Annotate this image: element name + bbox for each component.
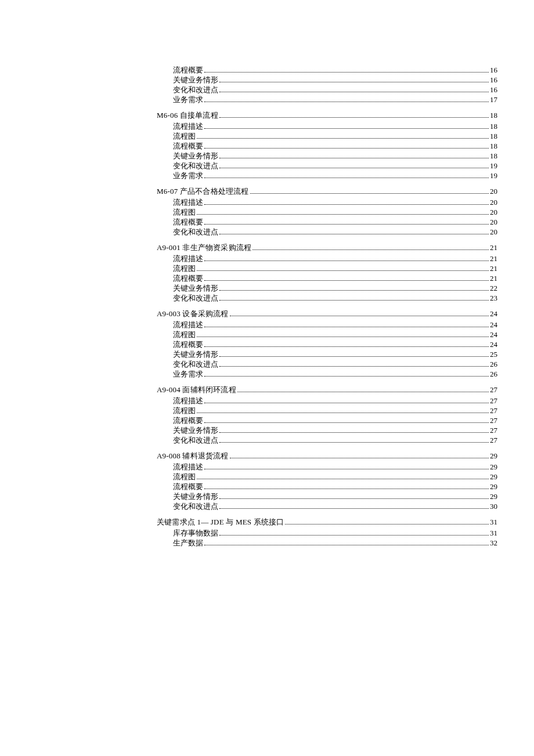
toc-section: M6-07 产品不合格处理流程20流程描述20流程图20流程概要20变化和改进点… <box>157 187 497 236</box>
toc-entry-level1[interactable]: A9-004 面辅料闭环流程27 <box>157 386 497 393</box>
toc-entry-level1[interactable]: 关键需求点 1— JDE 与 MES 系统接口31 <box>157 518 497 526</box>
toc-entry-page: 30 <box>490 502 497 510</box>
toc-entry-label: 变化和改进点 <box>173 228 218 236</box>
toc-entry-level2[interactable]: 变化和改进点16 <box>173 86 497 93</box>
toc-entry-label: 关键需求点 1— JDE 与 MES 系统接口 <box>157 518 284 526</box>
toc-entry-level2[interactable]: 关键业务情形25 <box>173 350 497 358</box>
toc-leader-dots <box>204 256 489 261</box>
toc-entry-level2[interactable]: 变化和改进点30 <box>173 502 497 510</box>
toc-leader-dots <box>219 494 489 499</box>
toc-entry-page: 29 <box>490 452 497 460</box>
toc-entry-page: 27 <box>490 417 497 424</box>
toc-entry-level2[interactable]: 关键业务情形22 <box>173 284 497 292</box>
toc-leader-dots <box>219 87 489 92</box>
toc-entry-page: 27 <box>490 386 497 393</box>
toc-entry-label: 流程描述 <box>173 463 203 471</box>
toc-entry-level2[interactable]: 关键业务情形18 <box>173 152 497 160</box>
toc-entry-level2[interactable]: 变化和改进点26 <box>173 360 497 368</box>
toc-entry-label: 业务需求 <box>173 370 203 378</box>
toc-leader-dots <box>285 519 489 525</box>
toc-entry-page: 24 <box>490 331 497 338</box>
toc-entry-level2[interactable]: 流程描述21 <box>173 255 497 262</box>
toc-entry-label: 流程概要 <box>173 142 203 150</box>
toc-entry-level1[interactable]: M6-06 自接单流程18 <box>157 111 497 119</box>
toc-entry-page: 31 <box>490 518 497 526</box>
toc-leader-dots <box>204 540 489 545</box>
toc-entry-level2[interactable]: 流程概要27 <box>173 417 497 424</box>
toc-entry-label: 关键业务情形 <box>173 426 218 434</box>
toc-entry-level1[interactable]: A9-003 设备采购流程24 <box>157 310 497 317</box>
toc-entry-page: 27 <box>490 436 497 444</box>
toc-entry-level2[interactable]: 流程描述27 <box>173 397 497 404</box>
toc-entry-page: 18 <box>490 142 497 150</box>
toc-entry-page: 27 <box>490 407 497 414</box>
toc-entry-label: 库存事物数据 <box>173 529 218 537</box>
toc-entry-level2[interactable]: 流程概要18 <box>173 142 497 150</box>
toc-entry-level2[interactable]: 关键业务情形29 <box>173 493 497 500</box>
toc-leader-dots <box>219 77 489 82</box>
toc-entry-level2[interactable]: 流程描述18 <box>173 122 497 130</box>
toc-entry-level2[interactable]: 流程概要29 <box>173 483 497 490</box>
toc-entry-level2[interactable]: 变化和改进点20 <box>173 228 497 236</box>
toc-leader-dots <box>204 371 489 377</box>
toc-entry-page: 25 <box>490 350 497 358</box>
toc-entry-level2[interactable]: 流程描述20 <box>173 198 497 206</box>
toc-leader-dots <box>252 245 489 250</box>
toc-entry-page: 24 <box>490 310 497 317</box>
toc-leader-dots <box>219 285 489 291</box>
toc-leader-dots <box>219 295 489 301</box>
toc-entry-label: 流程概要 <box>173 483 203 490</box>
toc-leader-dots <box>219 229 489 234</box>
toc-entry-label: 流程图 <box>173 265 196 272</box>
toc-entry-level2[interactable]: 流程图24 <box>173 331 497 338</box>
toc-entry-level2[interactable]: 流程描述29 <box>173 463 497 471</box>
toc-entry-label: 关键业务情形 <box>173 284 218 292</box>
toc-entry-label: 变化和改进点 <box>173 86 218 93</box>
toc-entry-level2[interactable]: 生产数据32 <box>173 539 497 547</box>
toc-entry-level2[interactable]: 业务需求17 <box>173 96 497 103</box>
toc-entry-level2[interactable]: 流程描述24 <box>173 321 497 328</box>
toc-entry-page: 20 <box>490 187 497 195</box>
toc-entry-label: 流程图 <box>173 132 196 140</box>
toc-entry-level2[interactable]: 流程概要16 <box>173 66 497 74</box>
toc-entry-level2[interactable]: 流程概要21 <box>173 274 497 282</box>
toc-entry-level2[interactable]: 流程概要20 <box>173 218 497 226</box>
toc-entry-label: 流程描述 <box>173 397 203 404</box>
toc-entry-level2[interactable]: 变化和改进点23 <box>173 294 497 302</box>
toc-entry-page: 20 <box>490 198 497 206</box>
toc-entry-label: 流程描述 <box>173 122 203 130</box>
toc-entry-label: 关键业务情形 <box>173 76 218 84</box>
toc-entry-label: M6-06 自接单流程 <box>157 111 218 119</box>
toc-entry-level2[interactable]: 关键业务情形27 <box>173 426 497 434</box>
toc-leader-dots <box>197 332 489 337</box>
toc-entry-level2[interactable]: 流程图27 <box>173 407 497 414</box>
toc-entry-level2[interactable]: 业务需求26 <box>173 370 497 378</box>
toc-entry-level2[interactable]: 变化和改进点19 <box>173 162 497 169</box>
toc-entry-level2[interactable]: 业务需求19 <box>173 172 497 179</box>
toc-entry-label: 关键业务情形 <box>173 350 218 358</box>
toc-entry-level2[interactable]: 流程图20 <box>173 208 497 216</box>
toc-leader-dots <box>204 200 489 205</box>
toc-entry-label: 流程概要 <box>173 66 203 74</box>
toc-leader-dots <box>204 464 489 469</box>
toc-entry-level2[interactable]: 流程图29 <box>173 473 497 480</box>
toc-entry-label: 流程图 <box>173 208 196 216</box>
toc-entry-page: 29 <box>490 483 497 490</box>
toc-entry-page: 18 <box>490 152 497 160</box>
toc-entry-level2[interactable]: 变化和改进点27 <box>173 436 497 444</box>
toc-leader-dots <box>204 322 489 327</box>
toc-entry-label: 生产数据 <box>173 539 203 547</box>
toc-entry-page: 18 <box>490 111 497 119</box>
toc-entry-label: A9-008 辅料退货流程 <box>157 452 229 460</box>
toc-entry-page: 21 <box>490 244 497 251</box>
toc-entry-level2[interactable]: 流程图21 <box>173 265 497 272</box>
toc-entry-level2[interactable]: 库存事物数据31 <box>173 529 497 537</box>
toc-entry-level2[interactable]: 流程概要24 <box>173 341 497 348</box>
toc-entry-label: 变化和改进点 <box>173 294 218 302</box>
toc-entry-level2[interactable]: 关键业务情形16 <box>173 76 497 84</box>
toc-entry-level1[interactable]: A9-008 辅料退货流程29 <box>157 452 497 460</box>
toc-entry-level2[interactable]: 流程图18 <box>173 132 497 140</box>
toc-entry-level1[interactable]: A9-001 非生产物资采购流程21 <box>157 244 497 251</box>
toc-entry-level1[interactable]: M6-07 产品不合格处理流程20 <box>157 187 497 195</box>
toc-leader-dots <box>219 437 489 443</box>
